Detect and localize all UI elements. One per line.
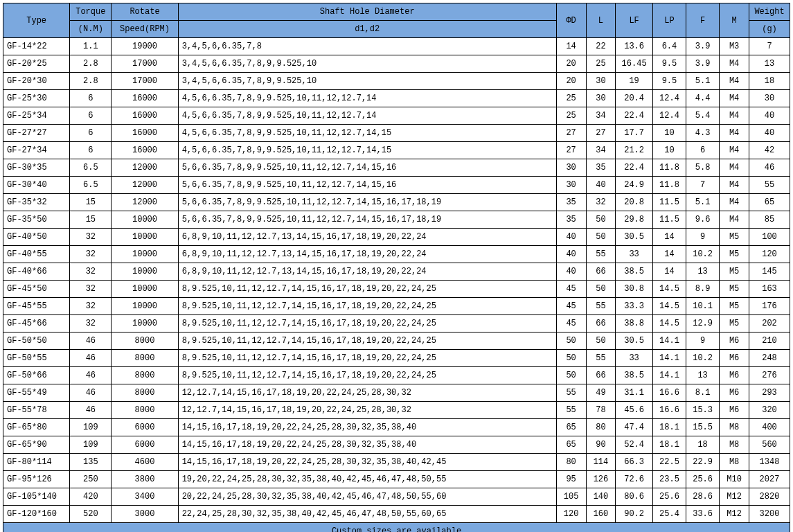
cell-speed: 10000 — [112, 263, 178, 281]
cell-weight: 13 — [749, 55, 790, 73]
cell-phid: 14 — [556, 38, 586, 55]
cell-lf: 19 — [616, 73, 653, 90]
cell-m: M6 — [720, 402, 749, 419]
cell-weight: 18 — [749, 73, 790, 90]
cell-phid: 65 — [556, 419, 586, 436]
header-phid: ΦD — [556, 3, 586, 38]
table-row: GF-20*252.8170003,4,5,6,6.35,7,8,9,9.525… — [3, 55, 790, 73]
cell-type: GF-30*40 — [3, 177, 70, 194]
cell-lf: 30.5 — [616, 332, 653, 350]
header-torque-2: (N.M) — [70, 21, 112, 38]
cell-lf: 33 — [616, 350, 653, 367]
cell-lp: 10 — [652, 142, 686, 159]
cell-l: 40 — [586, 177, 616, 194]
cell-f: 13 — [686, 263, 720, 281]
cell-lf: 47.4 — [616, 419, 653, 436]
cell-f: 7 — [686, 177, 720, 194]
cell-weight: 202 — [749, 315, 790, 332]
header-weight-2: (g) — [749, 21, 790, 38]
cell-lf: 33 — [616, 246, 653, 263]
cell-weight: 46 — [749, 159, 790, 177]
cell-l: 30 — [586, 73, 616, 90]
cell-weight: 320 — [749, 402, 790, 419]
cell-lp: 6.4 — [652, 38, 686, 55]
cell-f: 22.9 — [686, 454, 720, 471]
header-f: F — [686, 3, 720, 38]
cell-type: GF-105*140 — [3, 488, 70, 506]
cell-l: 80 — [586, 419, 616, 436]
cell-lf: 29.8 — [616, 211, 653, 229]
cell-phid: 27 — [556, 142, 586, 159]
table-row: GF-40*5532100006,8,9,10,11,12,12.7,13,14… — [3, 246, 790, 263]
cell-l: 140 — [586, 488, 616, 506]
cell-shaft: 14,15,16,17,18,19,20,22,24,25,28,30,32,3… — [178, 436, 556, 454]
table-row: GF-55*4946800012,12.7,14,15,16,17,18,19,… — [3, 384, 790, 402]
cell-f: 18 — [686, 436, 720, 454]
cell-type: GF-50*50 — [3, 332, 70, 350]
cell-type: GF-55*49 — [3, 384, 70, 402]
cell-lf: 72.6 — [616, 471, 653, 488]
cell-m: M6 — [720, 332, 749, 350]
cell-phid: 30 — [556, 159, 586, 177]
cell-m: M8 — [720, 436, 749, 454]
cell-torque: 6 — [70, 125, 112, 142]
cell-weight: 163 — [749, 281, 790, 298]
cell-type: GF-55*78 — [3, 402, 70, 419]
cell-m: M8 — [720, 419, 749, 436]
cell-lp: 14.5 — [652, 315, 686, 332]
cell-speed: 17000 — [112, 55, 178, 73]
cell-torque: 32 — [70, 298, 112, 315]
cell-shaft: 8,9.525,10,11,12,12.7,14,15,16,17,18,19,… — [178, 350, 556, 367]
cell-weight: 176 — [749, 298, 790, 315]
cell-speed: 10000 — [112, 298, 178, 315]
table-row: GF-14*221.1190003,4,5,6,6.35,7,8142213.6… — [3, 38, 790, 55]
cell-speed: 19000 — [112, 38, 178, 55]
cell-speed: 8000 — [112, 402, 178, 419]
header-shaft-2: d1,d2 — [178, 21, 556, 38]
cell-phid: 45 — [556, 298, 586, 315]
cell-speed: 12000 — [112, 194, 178, 211]
cell-lp: 14.5 — [652, 298, 686, 315]
cell-weight: 40 — [749, 107, 790, 125]
cell-lp: 18.1 — [652, 436, 686, 454]
header-torque-1: Torque — [70, 3, 112, 21]
cell-phid: 35 — [556, 211, 586, 229]
cell-lp: 14.1 — [652, 332, 686, 350]
header-speed-1: Rotate — [112, 3, 178, 21]
cell-torque: 46 — [70, 332, 112, 350]
cell-type: GF-40*55 — [3, 246, 70, 263]
cell-f: 6 — [686, 142, 720, 159]
cell-l: 90 — [586, 436, 616, 454]
cell-f: 10.1 — [686, 298, 720, 315]
cell-m: M5 — [720, 315, 749, 332]
cell-speed: 17000 — [112, 73, 178, 90]
cell-f: 10.2 — [686, 350, 720, 367]
cell-l: 50 — [586, 229, 616, 246]
cell-f: 5.1 — [686, 73, 720, 90]
cell-lp: 16.6 — [652, 384, 686, 402]
cell-lf: 66.3 — [616, 454, 653, 471]
cell-f: 9 — [686, 332, 720, 350]
cell-speed: 8000 — [112, 367, 178, 384]
cell-type: GF-95*126 — [3, 471, 70, 488]
cell-torque: 109 — [70, 419, 112, 436]
cell-l: 55 — [586, 350, 616, 367]
cell-f: 3.9 — [686, 38, 720, 55]
cell-lf: 21.2 — [616, 142, 653, 159]
cell-phid: 50 — [556, 332, 586, 350]
header-type: Type — [3, 3, 70, 38]
cell-shaft: 5,6,6.35,7,8,9,9.525,10,11,12,12.7,14,15… — [178, 194, 556, 211]
cell-lp: 14.1 — [652, 367, 686, 384]
table-row: GF-25*346160004,5,6,6.35,7,8,9,9.525,10,… — [3, 107, 790, 125]
cell-type: GF-65*90 — [3, 436, 70, 454]
cell-speed: 6000 — [112, 436, 178, 454]
cell-shaft: 8,9.525,10,11,12,12.7,14,15,16,17,18,19,… — [178, 298, 556, 315]
cell-m: M10 — [720, 471, 749, 488]
cell-torque: 6 — [70, 90, 112, 107]
cell-m: M5 — [720, 298, 749, 315]
cell-shaft: 5,6,6.35,7,8,9,9.525,10,11,12,12.7,14,15… — [178, 159, 556, 177]
cell-lp: 11.5 — [652, 211, 686, 229]
cell-phid: 40 — [556, 263, 586, 281]
cell-shaft: 12,12.7,14,15,16,17,18,19,20,22,24,25,28… — [178, 384, 556, 402]
cell-weight: 42 — [749, 142, 790, 159]
